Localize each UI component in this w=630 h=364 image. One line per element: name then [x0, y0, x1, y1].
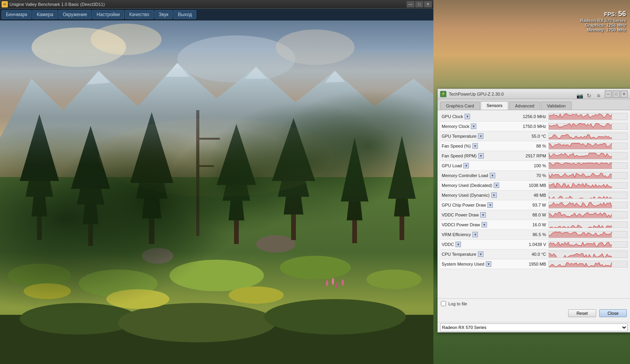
gpuz-close-btn[interactable]: ✕: [621, 91, 628, 98]
sensor-row-2: GPU Temperature▼55.0 °C: [440, 131, 628, 141]
menu-item-6[interactable]: Выход: [173, 10, 196, 19]
sensor-value-9: 93.7 W: [513, 203, 548, 207]
tab-advanced[interactable]: Advanced: [509, 102, 540, 110]
sensor-name-3: Fan Speed (%): [440, 144, 471, 148]
sensor-dropdown-10[interactable]: ▼: [480, 212, 486, 218]
gpuz-menu-icon[interactable]: ≡: [595, 92, 602, 100]
sensor-row-8: Memory Used (Dynamic)▼48 MB: [440, 190, 628, 200]
menu-item-3[interactable]: Настройки: [92, 10, 124, 19]
menu-item-1[interactable]: Камера: [32, 10, 58, 19]
unigine-title: Unigine Valley Benchmark 1.0 Basic (Dire…: [9, 2, 407, 7]
fps-value: 56: [618, 10, 626, 18]
gpuz-sensor-list: GPU Clock▼1256.0 MHzMemory Clock▼1750.0 …: [438, 110, 630, 298]
fps-label: FPS:: [604, 11, 617, 17]
gpu-name-display: Radeon RX 570 Series: [580, 18, 626, 23]
sensor-value-12: 86.5 %: [513, 232, 548, 237]
gpuz-window-controls: — □ ✕: [605, 91, 628, 98]
sensor-value-1: 1750.0 MHz: [513, 124, 548, 129]
sensor-row-4: Fan Speed (RPM)▼2917 RPM: [440, 151, 628, 161]
sensor-row-9: GPU Chip Power Draw▼93.7 W: [440, 200, 628, 210]
sensor-bar-4: [548, 152, 628, 159]
sensor-row-14: CPU Temperature▼40.0 °C: [440, 249, 628, 259]
sensor-value-11: 16.0 W: [513, 222, 548, 227]
gpu-selector[interactable]: Radeon RX 570 Series: [440, 323, 628, 331]
sensor-name-11: VDDCI Power Draw: [440, 222, 480, 227]
sensor-value-7: 1038 MB: [513, 183, 548, 188]
graphics-clock-display: Graphics: 1256 MHz: [580, 23, 626, 28]
sensor-bar-1: [548, 123, 628, 130]
sensor-value-8: 48 MB: [513, 193, 548, 198]
sensor-value-10: 88.0 W: [513, 212, 548, 217]
sensor-name-0: GPU Clock: [440, 114, 463, 119]
gpuz-minimize-btn[interactable]: —: [605, 91, 612, 98]
sensor-dropdown-0[interactable]: ▼: [465, 114, 470, 119]
gpuz-refresh-icon[interactable]: ↻: [585, 92, 593, 100]
sensor-name-9: GPU Chip Power Draw: [440, 203, 486, 207]
sensor-bar-0: [548, 113, 628, 120]
sensor-value-5: 100 %: [513, 163, 548, 168]
menu-item-4[interactable]: Качество: [125, 10, 154, 19]
sensor-name-15: System Memory Used: [440, 262, 484, 266]
sensor-dropdown-6[interactable]: ▼: [490, 173, 495, 178]
tab-sensors[interactable]: Sensors: [481, 101, 508, 110]
gpuz-camera-icon[interactable]: 📷: [576, 92, 584, 100]
sensor-dropdown-2[interactable]: ▼: [478, 133, 483, 139]
menu-item-5[interactable]: Звук: [154, 10, 173, 19]
sensor-row-3: Fan Speed (%)▼88 %: [440, 141, 628, 151]
sensor-name-13: VDDC: [440, 242, 454, 247]
gpuz-footer: Log to file Reset Close: [438, 298, 630, 322]
unigine-minimize-btn[interactable]: —: [407, 1, 414, 7]
unigine-menubar: БенчмаркКамераОкружениеНастройкиКачество…: [0, 9, 433, 20]
menu-item-2[interactable]: Окружение: [58, 10, 91, 19]
close-button[interactable]: Close: [599, 309, 627, 317]
sensor-name-1: Memory Clock: [440, 124, 469, 129]
sensor-name-10: VDDC Power Draw: [440, 212, 479, 217]
sensor-dropdown-14[interactable]: ▼: [478, 251, 483, 257]
sensor-bar-3: [548, 142, 628, 150]
gpuz-window: ⚡ TechPowerUp GPU-Z 2.30.0 — □ ✕ 📷 ↻ ≡ G…: [437, 89, 630, 333]
log-to-file-label: Log to file: [448, 301, 467, 306]
reset-button[interactable]: Reset: [568, 309, 596, 317]
unigine-maximize-btn[interactable]: □: [415, 1, 423, 7]
sensor-dropdown-3[interactable]: ▼: [472, 143, 478, 149]
sensor-dropdown-4[interactable]: ▼: [478, 153, 484, 159]
sensor-name-6: Memory Controller Load: [440, 173, 488, 178]
sensor-dropdown-11[interactable]: ▼: [481, 222, 487, 227]
sensor-dropdown-5[interactable]: ▼: [463, 163, 469, 168]
unigine-icon: U: [2, 1, 8, 7]
sensor-dropdown-12[interactable]: ▼: [472, 232, 478, 237]
unigine-close-btn[interactable]: ✕: [424, 1, 432, 7]
sensor-row-13: VDDC▼1.0438 V: [440, 240, 628, 249]
menu-item-0[interactable]: Бенчмарк: [2, 10, 32, 19]
sensor-name-5: GPU Load: [440, 163, 462, 168]
sensor-value-13: 1.0438 V: [513, 242, 548, 247]
sensor-bar-11: [548, 221, 628, 228]
sensor-value-3: 88 %: [513, 144, 548, 148]
sensor-value-2: 55.0 °C: [513, 134, 548, 139]
sensor-value-14: 40.0 °C: [513, 252, 548, 257]
sensor-dropdown-15[interactable]: ▼: [486, 261, 491, 267]
sensor-dropdown-8[interactable]: ▼: [491, 192, 497, 198]
unigine-titlebar: U Unigine Valley Benchmark 1.0 Basic (Di…: [0, 0, 433, 9]
sensor-name-2: GPU Temperature: [440, 134, 476, 139]
sensor-row-6: Memory Controller Load▼70 %: [440, 171, 628, 181]
log-to-file-checkbox[interactable]: [441, 301, 446, 306]
sensor-bar-2: [548, 133, 628, 140]
sensor-bar-13: [548, 241, 628, 248]
sensor-bar-8: [548, 192, 628, 199]
tab-graphics-card[interactable]: Graphics Card: [440, 102, 480, 110]
sensor-value-15: 1950 MB: [513, 262, 548, 266]
sensor-dropdown-7[interactable]: ▼: [494, 183, 499, 188]
sensor-dropdown-13[interactable]: ▼: [455, 242, 461, 247]
gpuz-restore-btn[interactable]: □: [613, 91, 620, 98]
sensor-dropdown-1[interactable]: ▼: [471, 124, 476, 129]
fps-display: FPS: 56 Radeon RX 570 Series Graphics: 1…: [580, 10, 626, 32]
sensor-row-10: VDDC Power Draw▼88.0 W: [440, 210, 628, 220]
tab-validation[interactable]: Validation: [541, 102, 572, 110]
sensor-value-0: 1256.0 MHz: [513, 114, 548, 119]
sensor-dropdown-9[interactable]: ▼: [487, 202, 493, 208]
sensor-name-4: Fan Speed (RPM): [440, 153, 477, 158]
sensor-name-12: VRM Efficiency: [440, 232, 471, 237]
sensor-bar-9: [548, 201, 628, 209]
sensor-value-4: 2917 RPM: [513, 153, 548, 158]
